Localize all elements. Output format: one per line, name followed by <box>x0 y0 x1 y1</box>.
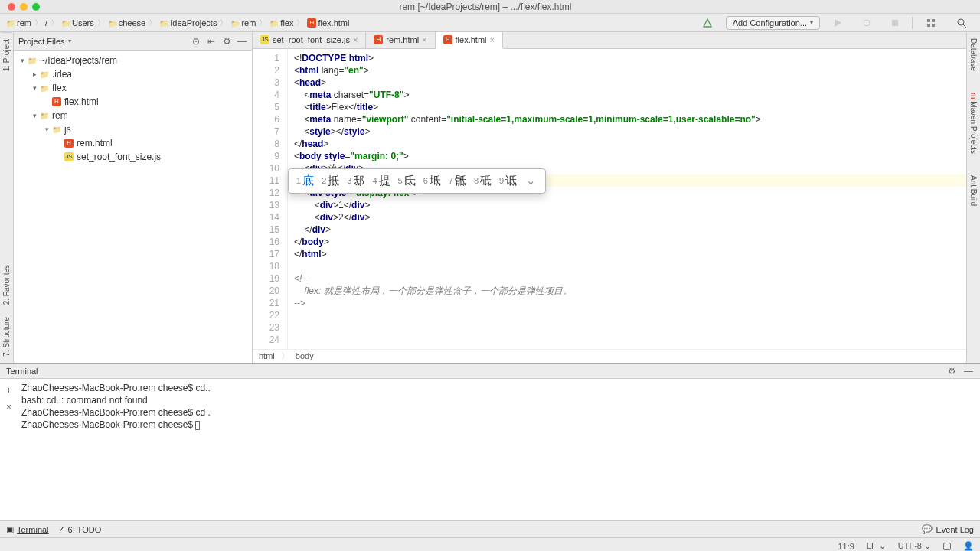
todo-icon: ✓ <box>58 524 65 534</box>
status-line-separator[interactable]: LF ⌄ <box>867 541 886 551</box>
maximize-window-icon[interactable] <box>32 3 40 11</box>
debug-button[interactable] <box>855 16 878 30</box>
lock-icon[interactable] <box>943 543 951 550</box>
tree-item-flex-html[interactable]: H flex.html <box>14 95 252 109</box>
status-position[interactable]: 11:9 <box>838 542 854 551</box>
stop-button[interactable] <box>884 17 906 29</box>
structure-button[interactable] <box>919 15 943 31</box>
svg-rect-4 <box>927 24 930 27</box>
breadcrumb-item[interactable]: Hflex.html <box>307 18 349 28</box>
close-icon[interactable]: × <box>353 35 358 44</box>
ime-candidate[interactable]: 8砥 <box>471 172 495 190</box>
tree-item-flex[interactable]: ▾ flex <box>14 81 252 95</box>
add-configuration-button[interactable]: Add Configuration... ▾ <box>726 16 820 30</box>
breadcrumb-item[interactable]: / <box>45 18 47 28</box>
breadcrumb-item[interactable]: Users <box>61 18 94 28</box>
chevron-down-icon[interactable]: ⌄ <box>521 174 541 187</box>
close-terminal-icon[interactable]: × <box>6 402 21 412</box>
expand-arrow-icon[interactable]: ▾ <box>18 57 26 64</box>
collapse-icon[interactable]: ⇤ <box>206 36 217 47</box>
target-icon[interactable]: ⊙ <box>191 36 201 47</box>
ime-candidate[interactable]: 2抵 <box>318 172 342 190</box>
js-file-icon: JS <box>64 152 74 161</box>
chevron-down-icon: ▾ <box>810 19 813 26</box>
run-button[interactable] <box>826 16 849 30</box>
terminal-body[interactable]: + × ZhaoCheeses-MacBook-Pro:rem cheese$ … <box>0 379 980 520</box>
breadcrumb-item[interactable]: rem <box>230 18 256 28</box>
minimize-window-icon[interactable] <box>20 3 28 11</box>
ime-candidate[interactable]: 5氐 <box>395 172 419 190</box>
gear-icon[interactable]: ⚙ <box>221 36 232 47</box>
close-window-icon[interactable] <box>8 3 15 11</box>
svg-line-7 <box>963 24 966 28</box>
ime-candidate[interactable]: 9诋 <box>496 172 520 190</box>
gear-icon[interactable]: ⚙ <box>946 366 957 377</box>
folder-icon <box>52 124 61 135</box>
tree-item-idea[interactable]: ▸ .idea <box>14 67 252 81</box>
breadcrumb-item[interactable]: rem <box>6 18 31 28</box>
folder-icon <box>40 83 49 93</box>
hide-icon[interactable]: — <box>963 366 974 377</box>
expand-arrow-icon[interactable]: ▾ <box>43 126 51 133</box>
expand-arrow-icon[interactable]: ▸ <box>31 70 38 78</box>
database-tab[interactable]: Database <box>968 32 979 77</box>
ime-candidate[interactable]: 7骶 <box>446 172 469 190</box>
svg-point-6 <box>958 19 964 25</box>
ime-candidate[interactable]: 4提 <box>369 172 393 190</box>
ime-candidate[interactable]: 1底 <box>293 172 317 190</box>
status-encoding[interactable]: UTF-8 ⌄ <box>898 541 931 551</box>
expand-arrow-icon[interactable]: ▾ <box>31 84 38 92</box>
chevron-down-icon[interactable]: ▾ <box>68 37 71 44</box>
event-log-icon: 💬 <box>922 524 933 534</box>
add-terminal-icon[interactable]: + <box>6 385 21 396</box>
tree-item-js[interactable]: ▾ js <box>14 122 252 136</box>
breadcrumb-path-item[interactable]: html <box>259 351 275 360</box>
tree-item-rem-html[interactable]: H rem.html <box>14 136 252 150</box>
chevron-right-icon: 〉 <box>34 18 42 28</box>
html-file-icon: H <box>52 97 61 106</box>
tree-item-set-root-js[interactable]: JS set_root_font_size.js <box>14 150 252 164</box>
breadcrumb-item[interactable]: cheese <box>108 18 145 28</box>
folder-icon <box>40 110 49 121</box>
html-file-icon: H <box>443 35 452 44</box>
bottom-tab-todo[interactable]: ✓ 6: TODO <box>58 524 102 534</box>
code-editor[interactable]: 123456789101112131415161718192021222324 … <box>253 49 966 349</box>
ime-candidate[interactable]: 6坻 <box>420 172 444 190</box>
project-tool-tab[interactable]: 1: Project <box>1 32 12 77</box>
favorites-tab[interactable]: 2: Favorites <box>1 259 12 311</box>
bottom-tab-terminal[interactable]: ▣ Terminal <box>6 524 49 534</box>
svg-rect-5 <box>932 24 935 27</box>
svg-rect-1 <box>892 20 898 26</box>
breadcrumb-path-item[interactable]: body <box>296 351 314 360</box>
breadcrumb-item[interactable]: flex <box>270 18 293 28</box>
window-title: rem [~/IdeaProjects/rem] – .../flex/flex… <box>44 2 926 12</box>
hide-icon[interactable]: — <box>237 36 247 47</box>
expand-arrow-icon[interactable]: ▾ <box>31 112 38 119</box>
ant-build-tab[interactable]: Ant Build <box>968 169 979 212</box>
html-file-icon: H <box>307 18 316 28</box>
close-icon[interactable]: × <box>490 35 495 44</box>
event-log-button[interactable]: 💬 Event Log <box>922 524 974 534</box>
tree-root[interactable]: ▾ ~/IdeaProjects/rem <box>14 54 252 67</box>
folder-icon <box>61 18 70 28</box>
search-button[interactable] <box>949 15 974 31</box>
maven-tab[interactable]: m Maven Projects <box>968 86 979 160</box>
ime-candidate[interactable]: 3邸 <box>344 172 368 190</box>
ime-candidate-popup[interactable]: 1底2抵3邸4提5氐6坻7骶8砥9诋⌄ <box>288 168 546 194</box>
tree-item-rem[interactable]: ▾ rem <box>14 109 252 122</box>
folder-icon <box>6 18 15 28</box>
folder-icon <box>270 18 279 28</box>
inspection-indicator-icon[interactable]: 👤 <box>963 541 974 551</box>
folder-icon <box>40 69 49 80</box>
breadcrumb-item[interactable]: IdeaProjects <box>159 18 217 28</box>
chevron-right-icon: 〉 <box>51 18 58 28</box>
close-icon[interactable]: × <box>422 35 426 44</box>
html-file-icon: H <box>64 139 74 148</box>
build-button[interactable] <box>695 15 720 31</box>
terminal-title: Terminal <box>6 367 38 376</box>
tab-rem-html[interactable]: H rem.html × <box>366 32 435 48</box>
tab-set-root-font-size[interactable]: JS set_root_font_size.js × <box>253 32 366 48</box>
folder-icon <box>28 55 37 66</box>
tab-flex-html[interactable]: H flex.html × <box>436 32 503 49</box>
structure-tab[interactable]: 7: Structure <box>1 311 12 363</box>
